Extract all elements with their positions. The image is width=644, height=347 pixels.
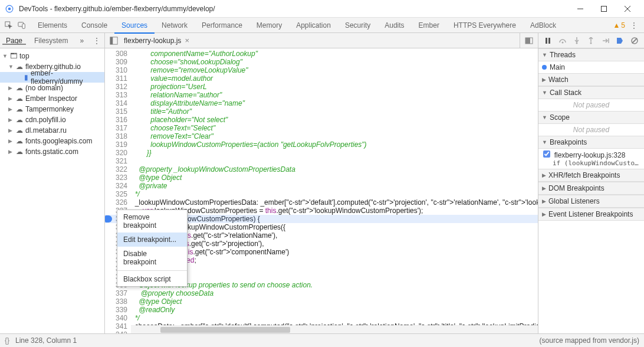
close-file-icon[interactable]: × [185,36,189,45]
toolbar-tab-console[interactable]: Console [74,18,114,33]
devtools-toolbar: ElementsConsoleSourcesNetworkPerformance… [0,18,644,33]
file-history-icon[interactable] [524,35,534,46]
toolbar-tab-elements[interactable]: Elements [31,18,74,33]
sources-subtoolbar: Page Filesystem » ⋮ flexberry-lookup.js … [0,33,644,48]
file-dock-icon[interactable] [109,35,119,46]
toolbar-tab-security[interactable]: Security [338,18,377,33]
warnings-count: 5 [621,21,625,30]
navigator-menu-icon[interactable]: ⋮ [91,35,102,46]
tree-item[interactable]: ▶☁ fonts.gstatic.com [0,146,104,157]
watch-header[interactable]: ▶Watch [538,73,644,86]
debugger-step-over-icon[interactable] [557,35,567,46]
window-minimize-button[interactable] [569,1,592,17]
window-title: DevTools - flexberry.github.io/ember-fle… [19,5,569,13]
navigator-tab-page[interactable]: Page [0,37,28,45]
breakpoints-list: flexberry-lookup.js:328 if (lookupWindow… [538,149,644,169]
file-navigator[interactable]: ▼🗔 top▼☁ flexberry.github.io▮ ember-flex… [0,48,105,333]
tree-item[interactable]: ▶☁ Ember Inspector [0,93,104,104]
settings-kebab-icon[interactable]: ⋮ [629,20,639,31]
breakpoints-header[interactable]: ▼Breakpoints [538,136,644,149]
svg-point-17 [576,42,578,44]
tree-item[interactable]: ▶☁ fonts.googleapis.com [0,136,104,146]
devtools-icon [5,4,14,14]
debugger-deactivate-breakpoints-icon[interactable] [615,35,625,46]
svg-rect-3 [602,6,607,11]
toolbar-tab-audits[interactable]: Audits [377,18,411,33]
toolbar-tab-sources[interactable]: Sources [114,18,155,33]
tree-item[interactable]: ▶☁ dl.metabar.ru [0,125,104,136]
scrollbar-thumb[interactable] [160,327,290,333]
svg-rect-12 [525,38,530,44]
debugger-panel: ▼Threads Main ▶Watch ▼Call Stack Not pau… [538,48,644,333]
warnings-badge[interactable]: ▲ 5 [613,21,625,30]
event-listener-breakpoints-header[interactable]: ▶Event Listener Breakpoints [538,208,644,221]
thread-main[interactable]: Main [538,61,644,73]
svg-point-1 [8,7,11,10]
editor-horizontal-scrollbar[interactable] [131,325,538,333]
navigator-overflow-icon[interactable]: » [74,37,90,45]
open-file-tab[interactable]: flexberry-lookup.js × [119,33,194,48]
ctxmenu-item[interactable]: Disable breakpoint [117,247,187,269]
toolbar-tab-network[interactable]: Network [155,18,195,33]
scope-header[interactable]: ▼Scope [538,111,644,124]
debugger-step-out-icon[interactable] [586,35,596,46]
tree-item[interactable]: ▶☁ Tampermonkey [0,104,104,114]
toolbar-tab-ember[interactable]: Ember [412,18,446,33]
toolbar-tab-performance[interactable]: Performance [195,18,249,33]
breakpoint-checkbox[interactable] [543,150,550,158]
status-bar: {} Line 328, Column 1 (source mapped fro… [0,333,644,347]
ctxmenu-item[interactable]: Remove breakpoint [117,210,187,233]
debugger-pause-icon[interactable] [543,35,553,46]
threads-header[interactable]: ▼Threads [538,48,644,61]
svg-rect-10 [110,37,113,44]
debugger-step-into-icon[interactable] [572,35,581,46]
toolbar-tab-memory[interactable]: Memory [249,18,289,33]
xhr-breakpoints-header[interactable]: ▶XHR/fetch Breakpoints [538,169,644,182]
dom-breakpoints-header[interactable]: ▶DOM Breakpoints [538,182,644,195]
toolbar-tab-application[interactable]: Application [289,18,338,33]
code-editor[interactable]: 3083093103113123133143153163173183193203… [105,48,538,333]
callstack-empty: Not paused [538,99,644,111]
breakpoint-condition: if (lookupWindowCustomProperti… [542,159,640,167]
ctxmenu-item[interactable]: Blackbox script [117,272,187,286]
scope-empty: Not paused [538,124,644,136]
breakpoint-item[interactable]: flexberry-lookup.js:328 [542,150,640,159]
svg-point-19 [590,42,592,44]
svg-rect-14 [548,38,550,44]
ctxmenu-item[interactable]: Edit breakpoint... [117,233,187,247]
inspect-element-icon[interactable] [4,20,14,31]
window-maximize-button[interactable] [592,1,616,17]
code-content[interactable]: componentName="AuthorLookup" choose="sho… [131,48,538,325]
tree-item[interactable]: ▼🗔 top [0,51,104,61]
breakpoint-context-menu: Remove breakpointEdit breakpoint...Disab… [117,209,188,287]
tree-item[interactable]: ▶☁ cdn.polyfill.io [0,114,104,125]
svg-point-15 [561,41,563,43]
open-file-name: flexberry-lookup.js [124,37,181,45]
toolbar-tab-https-everywhere[interactable]: HTTPS Everywhere [446,18,523,33]
window-close-button[interactable] [616,1,639,17]
line-gutter[interactable]: 3083093103113123133143153163173183193203… [105,48,131,333]
navigator-tab-filesystem[interactable]: Filesystem [28,37,74,45]
tree-item[interactable]: ▮ ember-flexberry/dummy [0,72,104,83]
svg-rect-13 [546,38,547,44]
svg-rect-8 [22,24,25,28]
device-toolbar-icon[interactable] [17,20,27,31]
callstack-header[interactable]: ▼Call Stack [538,86,644,99]
global-listeners-header[interactable]: ▶Global Listeners [538,195,644,208]
debugger-step-icon[interactable] [601,35,610,46]
breakpoint-marker[interactable] [105,215,112,222]
braces-icon[interactable]: {} [5,336,9,345]
debugger-pause-exceptions-icon[interactable] [630,35,639,46]
window-titlebar: DevTools - flexberry.github.io/ember-fle… [0,0,644,18]
toolbar-tab-adblock[interactable]: AdBlock [523,18,563,33]
main-area: ▼🗔 top▼☁ flexberry.github.io▮ ember-flex… [0,48,644,333]
source-map-info: (source mapped from vendor.js) [540,336,639,345]
thread-active-icon [542,65,547,70]
cursor-position: Line 328, Column 1 [15,336,77,345]
